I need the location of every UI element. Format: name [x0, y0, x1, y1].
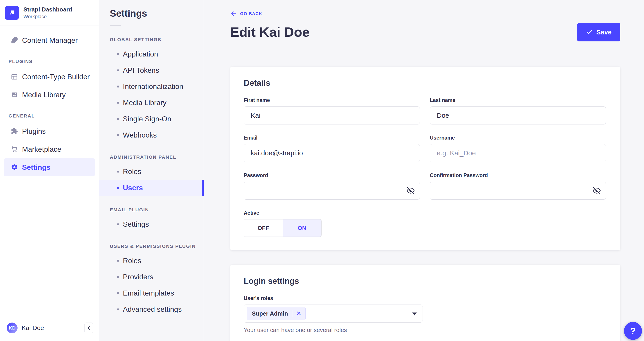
details-card: Details First name Last name Email Usern… [230, 66, 620, 250]
check-icon [586, 29, 593, 36]
sidebar-item-settings[interactable]: Settings [4, 158, 95, 176]
bullet-icon [117, 69, 119, 71]
bullet-icon [117, 170, 119, 173]
login-settings-card: Login settings User's roles Super Admin … [230, 265, 620, 341]
subnav-item-single-sign-on[interactable]: Single Sign-On [99, 111, 204, 127]
subnav-item-label: Settings [123, 220, 149, 228]
toggle-password-visibility-button[interactable] [407, 187, 414, 194]
bullet-icon [117, 134, 119, 136]
sidebar-item-plugins[interactable]: Plugins [4, 122, 95, 140]
sidebar-item-marketplace[interactable]: Marketplace [4, 140, 95, 158]
gear-icon [11, 164, 18, 171]
first-name-field: First name [244, 97, 420, 124]
last-name-input[interactable] [430, 106, 606, 124]
eye-slash-icon [593, 187, 600, 194]
email-input[interactable] [244, 144, 420, 162]
save-button[interactable]: Save [577, 23, 620, 42]
sidebar-item-label: Content-Type Builder [22, 73, 90, 81]
subnav-item-advanced-settings[interactable]: Advanced settings [99, 301, 204, 317]
roles-helper-text: Your user can have one or several roles [244, 326, 606, 334]
last-name-field: Last name [430, 97, 606, 124]
subnav-section-global-settings: GLOBAL SETTINGS [110, 37, 204, 42]
subnav-item-media-library[interactable]: Media Library [99, 94, 204, 111]
subnav-item-api-tokens[interactable]: API Tokens [99, 62, 204, 78]
subnav-item-providers[interactable]: Providers [99, 269, 204, 285]
subnav-item-admin-roles[interactable]: Roles [99, 164, 204, 180]
bullet-icon [117, 223, 119, 225]
feather-pen-icon [11, 37, 18, 44]
cart-icon [11, 146, 18, 153]
layout-icon [11, 73, 18, 80]
bullet-icon [117, 53, 119, 55]
subnav-item-label: API Tokens [123, 66, 159, 74]
subnav-item-internationalization[interactable]: Internationalization [99, 78, 204, 94]
remove-role-button[interactable]: ✕ [292, 310, 306, 317]
bullet-icon [117, 292, 119, 294]
password-input[interactable] [244, 182, 420, 200]
confirmation-password-input-wrap [430, 182, 606, 200]
bullet-icon [117, 86, 119, 88]
brand-subtitle: Workplace [24, 14, 72, 20]
password-input-wrap [244, 182, 420, 200]
active-label: Active [244, 210, 420, 216]
subnav-item-label: Providers [123, 273, 153, 281]
user-roles-select[interactable]: Super Admin ✕ [244, 304, 423, 322]
subnav-item-webhooks[interactable]: Webhooks [99, 127, 204, 143]
subnav-item-label: Email templates [123, 289, 174, 297]
puzzle-icon [11, 128, 18, 135]
main-sidebar: Strapi Dashboard Workplace Content Manag… [0, 0, 99, 341]
toggle-confirmation-visibility-button[interactable] [593, 187, 600, 194]
avatar[interactable]: KD [7, 322, 18, 333]
subnav-item-label: Media Library [123, 98, 166, 107]
subnav-item-email-templates[interactable]: Email templates [99, 285, 204, 301]
settings-subnav: Settings GLOBAL SETTINGS Application API… [99, 0, 204, 341]
username-label: Username [430, 135, 606, 141]
login-settings-heading: Login settings [244, 276, 606, 286]
role-tag-super-admin: Super Admin ✕ [246, 307, 306, 320]
subnav-item-email-settings[interactable]: Settings [99, 216, 204, 232]
sidebar-user-row: KD Kai Doe [0, 316, 99, 341]
email-field: Email [244, 135, 420, 162]
save-button-label: Save [596, 28, 612, 36]
sidebar-item-content-manager[interactable]: Content Manager [4, 31, 95, 49]
help-button[interactable]: ? [624, 322, 642, 340]
active-toggle-off[interactable]: OFF [244, 220, 282, 236]
page-title: Edit Kai Doe [230, 25, 310, 40]
chevron-down-icon[interactable] [412, 312, 417, 315]
sidebar-item-label: Content Manager [22, 36, 78, 44]
collapse-sidebar-button[interactable] [84, 322, 93, 333]
bullet-icon [117, 118, 119, 120]
confirmation-password-input[interactable] [430, 182, 606, 200]
chevron-left-icon [86, 325, 92, 331]
active-field: Active OFF ON [244, 210, 420, 237]
sidebar-item-media-library[interactable]: Media Library [4, 86, 95, 104]
bullet-icon [117, 260, 119, 262]
first-name-label: First name [244, 97, 420, 103]
bullet-icon [117, 308, 119, 310]
details-form: First name Last name Email Username Pass… [244, 97, 606, 237]
go-back-link[interactable]: GO BACK [230, 10, 262, 17]
sidebar-item-content-type-builder[interactable]: Content-Type Builder [4, 68, 95, 86]
subnav-item-label: Roles [123, 256, 141, 265]
username-input[interactable] [430, 144, 606, 162]
subnav-section-users-permissions-plugin: USERS & PERMISSIONS PLUGIN [110, 244, 204, 249]
active-toggle: OFF ON [244, 219, 322, 237]
brand: Strapi Dashboard Workplace [0, 0, 99, 25]
user-roles-label: User's roles [244, 295, 606, 302]
sidebar-item-label: Settings [22, 163, 50, 172]
subnav-item-up-roles[interactable]: Roles [99, 252, 204, 269]
subnav-section-administration-panel: ADMINISTRATION PANEL [110, 154, 204, 160]
password-field: Password [244, 172, 420, 200]
strapi-logo-icon [5, 6, 19, 20]
page-header: Edit Kai Doe Save [230, 23, 620, 42]
main-nav: Content Manager PLUGINS Content-Type Bui… [0, 26, 99, 316]
subnav-item-label: Webhooks [123, 131, 157, 139]
back-arrow-icon [230, 10, 237, 17]
subnav-item-admin-users[interactable]: Users [99, 180, 204, 196]
main-content: GO BACK Edit Kai Doe Save Details First … [204, 0, 644, 341]
active-toggle-on[interactable]: ON [282, 220, 321, 236]
subnav-item-label: Advanced settings [123, 305, 182, 314]
role-tag-label: Super Admin [252, 310, 288, 317]
subnav-item-application[interactable]: Application [99, 46, 204, 62]
first-name-input[interactable] [244, 106, 420, 124]
